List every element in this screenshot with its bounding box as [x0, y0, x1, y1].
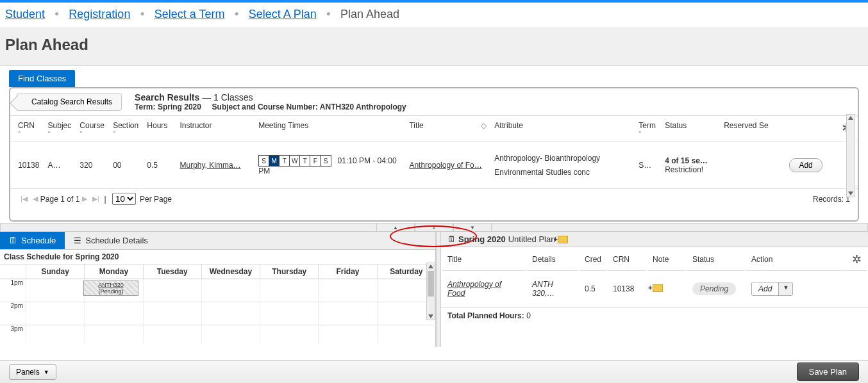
pcol-details[interactable]: Details: [527, 249, 578, 271]
cell-hours: 0.5: [143, 142, 176, 189]
vertical-scrollbar[interactable]: [846, 114, 855, 197]
pager-last-icon[interactable]: ▶|: [92, 195, 99, 203]
search-meta: Search Results — 1 Classes Term: Spring …: [135, 92, 406, 111]
plan-credits: 0.5: [580, 272, 606, 306]
col-attribute[interactable]: Attribute: [490, 116, 635, 142]
crumb-sep: ●: [326, 9, 331, 18]
pager: |◀ ◀ Page 1 of 1 ▶ ▶| | 10 Per Page Reco…: [10, 189, 858, 209]
crumb-select-term[interactable]: Select a Term: [154, 8, 225, 20]
title-link[interactable]: Anthropology of Fo…: [409, 161, 481, 170]
tab-find-classes[interactable]: Find Classes: [9, 70, 75, 87]
col-crn[interactable]: CRN^: [10, 116, 44, 142]
plan-name: Untitled Plan: [508, 234, 556, 244]
tab-schedule-details[interactable]: ☰ Schedule Details: [65, 232, 157, 249]
list-icon: ☰: [74, 236, 81, 245]
action-add-dropdown[interactable]: Add▼: [751, 282, 793, 296]
plan-pane: 🗓 Spring 2020Untitled Plan Title Details…: [441, 232, 868, 347]
calendar-grid: 1pm 2pm 3pm ANTH320(Pending): [0, 279, 435, 343]
tab-schedule[interactable]: 🗓 Schedule: [0, 232, 65, 249]
crumb-current: Plan Ahead: [340, 8, 399, 20]
page-title-region: Plan Ahead: [0, 28, 868, 66]
chevron-down-icon: ▼: [44, 369, 49, 375]
chevron-down-icon[interactable]: ▼: [778, 282, 792, 295]
calendar-scrollbar[interactable]: [426, 263, 435, 320]
pager-next-icon[interactable]: ▶: [82, 195, 87, 203]
calendar-event[interactable]: ANTH320(Pending): [83, 281, 138, 296]
plan-crn: 10138: [608, 272, 646, 306]
search-results-title: Search Results: [135, 92, 199, 102]
catalog-search-results-button[interactable]: Catalog Search Results: [17, 93, 122, 111]
search-results-count: — 1 Classes: [199, 92, 253, 102]
crumb-sep: ●: [54, 9, 59, 18]
pager-prev-icon[interactable]: ◀: [33, 195, 38, 203]
cell-subject: A…: [44, 142, 76, 189]
cell-crn: 10138: [10, 142, 44, 189]
day-wednesday: Wednesday: [201, 265, 260, 279]
pager-first-icon[interactable]: |◀: [21, 195, 28, 203]
col-reserved[interactable]: Reserved Se: [720, 116, 785, 142]
plan-row: Anthropology of Food ANTH 320,… 0.5 1013…: [442, 272, 867, 306]
col-section[interactable]: Section^: [109, 116, 143, 142]
page-title: Plan Ahead: [5, 36, 863, 54]
footer-bar: Panels▼ Save Plan: [0, 360, 868, 383]
table-row: 10138 A… 320 00 0.5 Murphy, Kimma… SMTWT…: [10, 142, 858, 189]
splitter-down-icon[interactable]: ▼: [453, 224, 492, 231]
col-hours[interactable]: Hours: [143, 116, 176, 142]
search-results-panel: Catalog Search Results Search Results — …: [9, 87, 859, 222]
crumb-sep: ●: [234, 9, 238, 18]
pcol-title[interactable]: Title: [442, 249, 526, 271]
crumb-select-plan[interactable]: Select A Plan: [249, 8, 317, 20]
day-tuesday: Tuesday: [143, 265, 201, 279]
cell-status: 4 of 15 se… Restriction!: [661, 142, 720, 189]
pcol-note[interactable]: Note: [647, 249, 686, 271]
pager-page-total: 1: [76, 195, 80, 204]
horizontal-splitter[interactable]: ▲ • ▼: [0, 223, 868, 232]
row-note-icon[interactable]: [653, 284, 663, 292]
term-label: Term:: [135, 102, 158, 111]
pcol-crn[interactable]: CRN: [608, 249, 646, 271]
cell-term: S…: [635, 142, 661, 189]
schedule-pane: 🗓 Schedule ☰ Schedule Details Class Sche…: [0, 232, 436, 347]
add-note-icon[interactable]: [558, 236, 568, 243]
per-page-select[interactable]: 10: [112, 193, 136, 205]
pager-page-label: Page: [40, 195, 58, 204]
breadcrumb: Student ● Registration ● Select a Term ●…: [0, 3, 868, 28]
pcol-action[interactable]: Action: [746, 249, 846, 271]
subject-label: Subject and Course Number:: [212, 102, 320, 111]
save-plan-button[interactable]: Save Plan: [797, 363, 859, 381]
col-meeting[interactable]: Meeting Times: [255, 116, 405, 142]
calendar-icon: 🗓: [9, 236, 17, 245]
cell-section: 00: [109, 142, 143, 189]
col-title[interactable]: Title ◇: [405, 116, 490, 142]
subject-value: ANTH320 Anthropology: [320, 102, 406, 111]
instructor-link[interactable]: Murphy, Kimma…: [179, 161, 240, 170]
records-count: Records: 1: [813, 195, 850, 204]
vertical-splitter[interactable]: [436, 232, 441, 347]
crumb-student[interactable]: Student: [5, 8, 45, 20]
status-badge: Pending: [692, 282, 736, 295]
col-course[interactable]: Course^: [76, 116, 109, 142]
results-table: CRN^ Subjec^ Course^ Section^ Hours Inst…: [10, 116, 858, 189]
cell-course: 320: [76, 142, 109, 189]
col-instructor[interactable]: Instructor: [176, 116, 255, 142]
col-subject[interactable]: Subjec^: [44, 116, 76, 142]
splitter-up-icon[interactable]: ▲: [376, 224, 415, 231]
schedule-subtitle: Class Schedule for Spring 2020: [0, 250, 435, 265]
plan-title-link[interactable]: Anthropology of Food: [447, 280, 501, 298]
pager-page-of: of: [67, 195, 73, 204]
attr-line2: Environmental Studies conc: [494, 168, 631, 177]
crumb-registration[interactable]: Registration: [69, 8, 130, 20]
pcol-status[interactable]: Status: [687, 249, 745, 271]
day-thursday: Thursday: [260, 265, 318, 279]
gear-icon[interactable]: ✲: [852, 253, 862, 266]
crumb-sep: ●: [140, 9, 144, 18]
col-status[interactable]: Status: [661, 116, 720, 142]
plan-table: Title Details Cred CRN Note Status Actio…: [441, 247, 868, 307]
add-button[interactable]: Add: [789, 158, 822, 172]
panels-button[interactable]: Panels▼: [9, 364, 56, 380]
meeting-days: SMTWTFS: [258, 155, 331, 167]
day-sunday: Sunday: [26, 265, 84, 279]
col-term[interactable]: Term^: [635, 116, 661, 142]
pcol-credits[interactable]: Cred: [580, 249, 606, 271]
splitter-dot-icon[interactable]: •: [415, 224, 453, 231]
